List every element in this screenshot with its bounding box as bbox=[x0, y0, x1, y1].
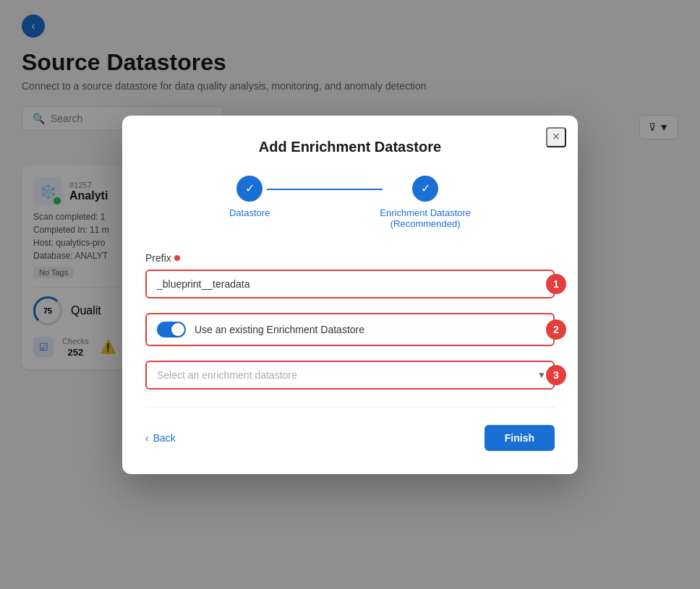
step-1-circle: ✓ bbox=[236, 176, 262, 202]
step-1: ✓ Datastore bbox=[229, 176, 270, 218]
toggle-form-group: Use an existing Enrichment Datastore 2 bbox=[145, 313, 555, 346]
step-connector bbox=[267, 189, 383, 190]
toggle-knob bbox=[171, 323, 184, 336]
wizard-stepper: ✓ Datastore ✓ Enrichment Datastore (Reco… bbox=[145, 176, 555, 229]
modal-close-button[interactable]: × bbox=[546, 127, 566, 147]
modal-overlay: × Add Enrichment Datastore ✓ Datastore ✓… bbox=[0, 0, 700, 589]
select-field-wrapper: Select an enrichment datastore ▼ 3 bbox=[145, 361, 555, 390]
step-badge-1: 1 bbox=[546, 274, 566, 294]
step-badge-2: 2 bbox=[546, 319, 566, 340]
finish-button[interactable]: Finish bbox=[485, 425, 555, 451]
step-2: ✓ Enrichment Datastore (Recommended) bbox=[380, 176, 471, 229]
modal-title: Add Enrichment Datastore bbox=[145, 139, 555, 155]
step-badge-3: 3 bbox=[546, 365, 566, 385]
prefix-field-wrapper: 1 bbox=[145, 270, 555, 298]
toggle-row[interactable]: Use an existing Enrichment Datastore bbox=[145, 313, 555, 346]
existing-datastore-toggle[interactable] bbox=[157, 322, 186, 338]
toggle-label: Use an existing Enrichment Datastore bbox=[195, 324, 364, 335]
back-chevron-icon: ‹ bbox=[145, 432, 149, 444]
modal-divider bbox=[145, 407, 555, 408]
required-indicator bbox=[174, 255, 180, 261]
toggle-field-wrapper: Use an existing Enrichment Datastore 2 bbox=[145, 313, 555, 346]
modal-footer: ‹ Back Finish bbox=[145, 425, 555, 451]
back-label: Back bbox=[153, 432, 176, 444]
prefix-form-group: Prefix 1 bbox=[145, 252, 555, 298]
enrichment-datastore-select[interactable]: Select an enrichment datastore bbox=[145, 361, 555, 390]
step-2-label: Enrichment Datastore (Recommended) bbox=[380, 207, 471, 229]
finish-label: Finish bbox=[505, 432, 534, 444]
back-button[interactable]: ‹ Back bbox=[145, 432, 176, 444]
prefix-label: Prefix bbox=[145, 252, 555, 264]
step-2-circle: ✓ bbox=[412, 176, 438, 202]
step-1-label: Datastore bbox=[229, 207, 270, 218]
add-enrichment-modal: × Add Enrichment Datastore ✓ Datastore ✓… bbox=[122, 116, 578, 474]
select-form-group: Select an enrichment datastore ▼ 3 bbox=[145, 361, 555, 390]
prefix-input[interactable] bbox=[145, 270, 555, 298]
